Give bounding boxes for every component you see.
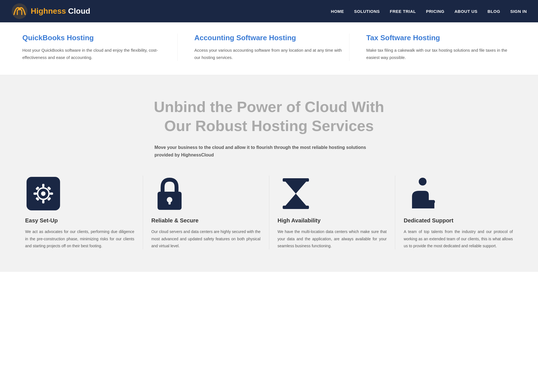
services-strip: QuickBooks Hosting Host your QuickBooks … xyxy=(0,22,538,75)
svg-rect-7 xyxy=(34,193,37,195)
feature-reliable-secure: Reliable & Secure Our cloud servers and … xyxy=(143,175,269,250)
svg-rect-6 xyxy=(42,200,44,203)
service-accounting-title: Accounting Software Hosting xyxy=(194,34,344,42)
service-quickbooks-desc: Host your QuickBooks software in the clo… xyxy=(22,47,172,61)
feature-dedicated-support-title: Dedicated Support xyxy=(404,217,513,224)
nav-pricing[interactable]: PRICING xyxy=(426,9,444,14)
logo-link[interactable]: Highness Cloud xyxy=(11,3,90,20)
nav-home[interactable]: HOME xyxy=(331,9,344,14)
support-icon xyxy=(404,175,440,212)
features-grid: Easy Set-Up We act as advocates for our … xyxy=(17,175,521,250)
nav-solutions[interactable]: SOLUTIONS xyxy=(354,9,380,14)
service-quickbooks-title: QuickBooks Hosting xyxy=(22,34,172,42)
logo-icon xyxy=(11,3,28,20)
feature-reliable-secure-desc: Our cloud servers and data centers are h… xyxy=(151,228,261,250)
feature-dedicated-support: Dedicated Support A team of top talents … xyxy=(395,175,521,250)
svg-point-18 xyxy=(419,178,427,186)
power-section: Unbind the Power of Cloud With Our Robus… xyxy=(0,75,538,272)
service-tax-desc: Make tax filing a cakewalk with our tax … xyxy=(366,47,516,61)
service-accounting: Accounting Software Hosting Access your … xyxy=(189,34,350,61)
feature-high-availability-desc: We have the multi-location data centers … xyxy=(278,228,387,250)
svg-rect-17 xyxy=(283,206,309,209)
svg-rect-15 xyxy=(168,201,171,205)
hourglass-icon xyxy=(278,175,314,212)
logo-text: Highness Cloud xyxy=(31,7,90,16)
feature-easy-setup-title: Easy Set-Up xyxy=(25,217,134,224)
svg-rect-5 xyxy=(42,184,44,187)
lock-icon xyxy=(151,175,188,212)
svg-rect-8 xyxy=(50,193,53,195)
service-tax: Tax Software Hosting Make tax filing a c… xyxy=(361,34,521,61)
feature-high-availability-title: High Availability xyxy=(278,217,387,224)
nav-about-us[interactable]: ABOUT US xyxy=(454,9,477,14)
gear-icon xyxy=(25,175,61,212)
service-tax-title: Tax Software Hosting xyxy=(366,34,516,42)
service-accounting-desc: Access your various accounting software … xyxy=(194,47,344,61)
svg-rect-16 xyxy=(283,178,309,182)
feature-easy-setup-desc: We act as advocates for our clients, per… xyxy=(25,228,134,250)
nav-links: HOME SOLUTIONS FREE TRIAL PRICING ABOUT … xyxy=(331,9,527,14)
navbar: Highness Cloud HOME SOLUTIONS FREE TRIAL… xyxy=(0,0,538,22)
power-subtitle: Move your business to the cloud and allo… xyxy=(154,144,384,159)
nav-blog[interactable]: BLOG xyxy=(487,9,500,14)
feature-dedicated-support-desc: A team of top talents from the industry … xyxy=(404,228,513,250)
svg-point-4 xyxy=(41,191,46,196)
feature-high-availability: High Availability We have the multi-loca… xyxy=(269,175,396,250)
svg-point-0 xyxy=(12,3,27,19)
nav-sign-in[interactable]: SIGN IN xyxy=(510,9,527,14)
power-heading: Unbind the Power of Cloud With Our Robus… xyxy=(17,98,521,135)
feature-easy-setup: Easy Set-Up We act as advocates for our … xyxy=(17,175,143,250)
service-quickbooks: QuickBooks Hosting Host your QuickBooks … xyxy=(17,34,178,61)
nav-free-trial[interactable]: FREE TRIAL xyxy=(390,9,416,14)
svg-rect-19 xyxy=(426,200,435,203)
feature-reliable-secure-title: Reliable & Secure xyxy=(151,217,261,224)
